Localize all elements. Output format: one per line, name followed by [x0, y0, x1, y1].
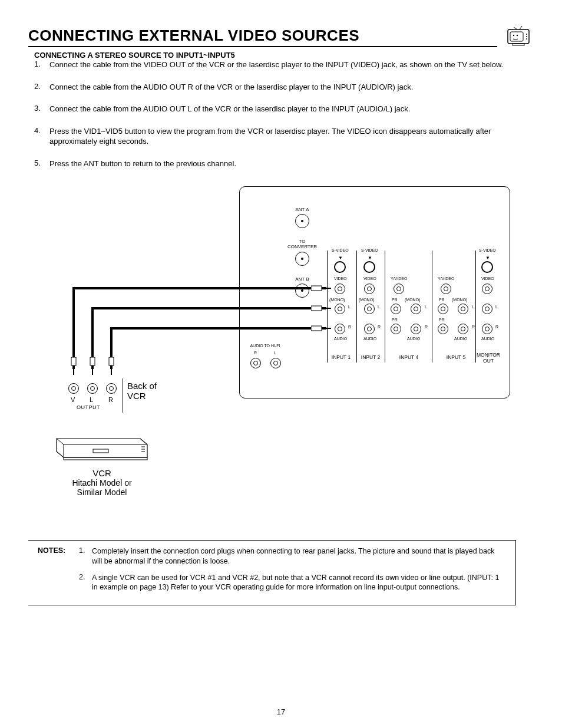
label-svideo: S-VIDEO: [361, 248, 378, 252]
pr-jack-input4: [391, 324, 401, 334]
label-audio: AUDIO: [407, 337, 420, 341]
audio-l-jack-input1: [335, 304, 345, 314]
label-r: R: [348, 325, 351, 329]
label-mono: (MONO): [329, 298, 345, 302]
step-text: Connect the cable from the VIDEO OUT of …: [49, 60, 534, 70]
label-pb: PB: [439, 298, 444, 302]
label-r: R: [254, 351, 257, 355]
yvideo-jack-input4: [394, 284, 404, 294]
label-l: L: [472, 305, 474, 309]
label-input2: INPUT 2: [359, 354, 382, 360]
label-yvideo: Y/VIDEO: [391, 276, 407, 281]
audio-r-jack-monitor: [482, 324, 492, 334]
tv-icon: [504, 24, 534, 47]
converter-jack: [295, 252, 309, 266]
label-ant-a: ANT A: [290, 207, 314, 212]
audio-l-jack-input2: [364, 304, 375, 314]
svg-rect-16: [311, 326, 322, 331]
note-text: A single VCR can be used for VCR #1 and …: [92, 573, 506, 592]
vcr-unit-icon: [52, 434, 152, 463]
step-text: Press the ANT button to return to the pr…: [49, 159, 534, 169]
label-mono: (MONO): [405, 298, 420, 302]
page-number: 17: [0, 707, 562, 716]
notes-label: NOTES:: [38, 546, 79, 599]
cable-plug-icon: [70, 357, 78, 375]
audio-l-jack-input5: [458, 304, 468, 314]
yvideo-jack-input5: [441, 284, 451, 294]
label-l: L: [495, 305, 498, 309]
label-monitor-out: MONITOR OUT: [474, 352, 503, 364]
label-pb: PB: [392, 298, 397, 302]
label-video: VIDEO: [363, 276, 376, 281]
svideo-jack: [363, 261, 375, 273]
svg-rect-17: [322, 327, 326, 330]
note-text: Completely insert the connection cord pl…: [92, 546, 506, 566]
label-yvideo: Y/VIDEO: [438, 276, 454, 281]
label-svideo: S-VIDEO: [479, 248, 496, 252]
svg-point-7: [513, 35, 514, 36]
label-video: VIDEO: [334, 276, 347, 281]
label-video: VIDEO: [481, 276, 494, 281]
label-r: R: [108, 396, 113, 403]
label-audio: AUDIO: [481, 337, 494, 341]
label-to-converter: TO CONVERTER: [286, 239, 319, 249]
hifi-l-jack: [270, 358, 281, 368]
vcr-diagram: V L R OUTPUT Back of VCR VCR Hitachi Mod…: [46, 357, 170, 497]
svideo-jack: [334, 261, 346, 273]
svg-marker-28: [57, 439, 147, 457]
label-l: L: [425, 305, 427, 309]
svg-point-4: [526, 38, 527, 39]
ant-a-jack: [295, 214, 309, 228]
hifi-r-jack: [250, 358, 261, 368]
label-input4: INPUT 4: [394, 354, 424, 360]
svg-rect-9: [513, 44, 524, 45]
cable-plug-icon: [311, 284, 331, 292]
label-model: Hitachi Model or Similar Model: [34, 478, 170, 497]
step-text: Connect the cable from the AUDIO OUT R o…: [49, 82, 534, 93]
label-audio-hifi: AUDIO TO HI-FI: [244, 344, 286, 348]
pr-jack-input5: [438, 324, 448, 334]
svg-point-8: [517, 35, 518, 36]
label-back-of-vcr: Back of VCR: [127, 381, 157, 401]
tv-back-panel: ANT A TO CONVERTER ANT B S-VIDEO S-VIDEO…: [239, 186, 510, 398]
svg-point-3: [526, 36, 527, 37]
video-jack-monitor: [482, 284, 492, 294]
svg-rect-23: [91, 365, 94, 369]
label-svideo: S-VIDEO: [332, 248, 349, 252]
svg-line-6: [520, 26, 522, 29]
vcr-audio-r-out-jack: [106, 383, 117, 394]
label-r: R: [425, 325, 428, 329]
label-input5: INPUT 5: [441, 354, 471, 360]
label-l: L: [90, 396, 93, 403]
vcr-audio-l-out-jack: [87, 383, 98, 394]
label-ant-b: ANT B: [290, 276, 314, 282]
label-mono: (MONO): [452, 298, 467, 302]
label-output: OUTPUT: [77, 404, 100, 410]
cable-plug-icon: [107, 357, 115, 375]
svg-rect-10: [311, 286, 322, 291]
label-pr: PR: [439, 318, 445, 322]
svg-rect-14: [322, 307, 326, 309]
page-title: CONNECTING EXTERNAL VIDEO SOURCES: [28, 27, 497, 47]
label-r: R: [378, 325, 381, 329]
ant-b-jack: [295, 284, 309, 298]
audio-r-jack-input5: [458, 324, 468, 334]
label-input1: INPUT 1: [329, 354, 353, 360]
video-cable: [72, 287, 311, 289]
label-audio: AUDIO: [454, 337, 467, 341]
audio-r-jack-input2: [364, 324, 375, 334]
instruction-list: 1.Connect the cable from the VIDEO OUT o…: [28, 60, 534, 169]
label-pr: PR: [392, 318, 398, 322]
pb-jack-input4: [391, 304, 401, 314]
label-audio: AUDIO: [363, 337, 376, 341]
pb-jack-input5: [438, 304, 448, 314]
cable-plug-icon: [88, 357, 97, 375]
audio-l-cable: [91, 307, 94, 364]
cable-plug-icon: [311, 324, 331, 332]
label-l: L: [274, 351, 276, 355]
label-v: V: [71, 396, 75, 403]
label-l: L: [348, 305, 351, 309]
svg-rect-20: [72, 365, 75, 369]
notes-box: NOTES: 1.Completely insert the connectio…: [28, 540, 516, 605]
svg-rect-13: [311, 306, 322, 311]
